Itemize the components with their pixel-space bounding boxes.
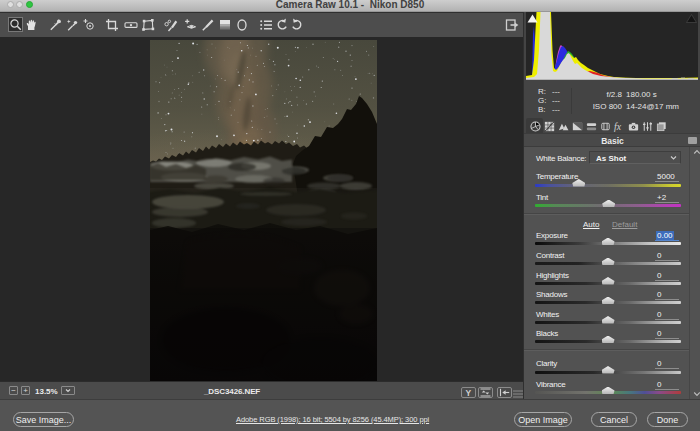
svg-text:fx: fx — [614, 121, 622, 132]
svg-text:Y: Y — [465, 388, 471, 397]
